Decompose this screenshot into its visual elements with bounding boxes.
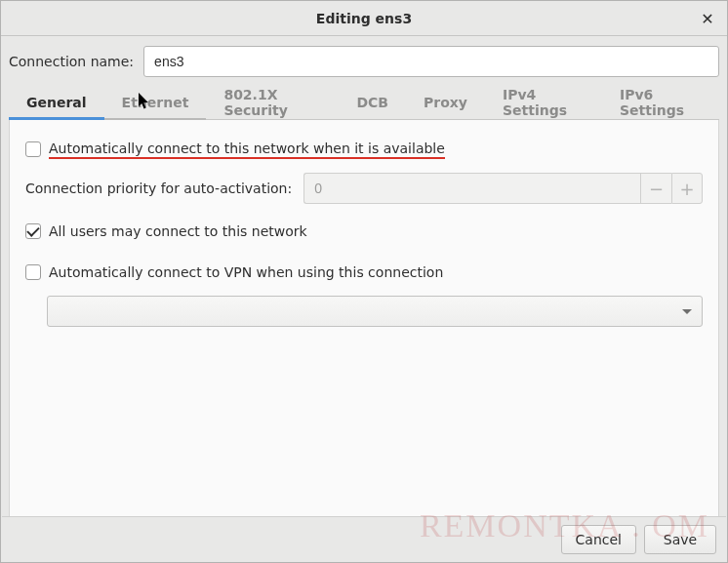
cancel-button[interactable]: Cancel: [561, 525, 636, 554]
tab-label: DCB: [356, 95, 388, 110]
priority-increment-button: +: [671, 173, 703, 204]
save-button[interactable]: Save: [644, 525, 716, 554]
auto-connect-label[interactable]: Automatically connect to this network wh…: [49, 141, 445, 159]
dialog-frame: Editing ens3 ✕ Connection name: General …: [0, 0, 728, 563]
auto-connect-checkbox[interactable]: [25, 141, 41, 157]
priority-spinbutton: − +: [303, 173, 703, 204]
tab-8021x-security[interactable]: 802.1X Security: [206, 87, 339, 120]
tab-ipv6-settings[interactable]: IPv6 Settings: [602, 87, 719, 120]
chevron-down-icon: [682, 309, 692, 314]
auto-connect-row: Automatically connect to this network wh…: [25, 136, 703, 163]
window-title: Editing ens3: [316, 11, 412, 26]
auto-vpn-label[interactable]: Automatically connect to VPN when using …: [49, 264, 443, 280]
tab-label: 802.1X Security: [223, 87, 321, 118]
connection-name-label: Connection name:: [9, 54, 134, 69]
notebook: General Ethernet 802.1X Security DCB Pro…: [9, 87, 719, 518]
tab-label: Ethernet: [122, 95, 189, 110]
priority-input: [303, 173, 640, 204]
save-button-label: Save: [664, 532, 697, 547]
priority-row: Connection priority for auto-activation:…: [25, 173, 703, 204]
tab-label: Proxy: [424, 95, 467, 110]
all-users-row: All users may connect to this network: [25, 218, 703, 245]
auto-vpn-checkbox[interactable]: [25, 264, 41, 280]
tab-ipv4-settings[interactable]: IPv4 Settings: [485, 87, 602, 120]
vpn-combo[interactable]: [47, 296, 703, 327]
connection-name-row: Connection name:: [1, 36, 727, 87]
all-users-checkbox[interactable]: [25, 223, 41, 239]
general-page: Automatically connect to this network wh…: [9, 120, 719, 518]
cancel-button-label: Cancel: [576, 532, 622, 547]
auto-vpn-row: Automatically connect to VPN when using …: [25, 259, 703, 286]
tab-label: General: [26, 95, 87, 110]
close-icon: ✕: [701, 10, 713, 28]
tab-bar: General Ethernet 802.1X Security DCB Pro…: [9, 87, 719, 120]
tab-dcb[interactable]: DCB: [339, 87, 406, 120]
tab-ethernet[interactable]: Ethernet: [104, 87, 207, 120]
tab-label: IPv4 Settings: [503, 87, 585, 118]
action-bar: Cancel Save: [2, 516, 726, 561]
tab-proxy[interactable]: Proxy: [406, 87, 485, 120]
priority-decrement-button: −: [640, 173, 671, 204]
titlebar: Editing ens3 ✕: [1, 1, 727, 36]
close-button[interactable]: ✕: [694, 5, 721, 32]
tab-label: IPv6 Settings: [620, 87, 702, 118]
connection-name-input[interactable]: [143, 46, 719, 77]
priority-label: Connection priority for auto-activation:: [25, 181, 292, 196]
tab-general[interactable]: General: [9, 87, 104, 120]
all-users-label[interactable]: All users may connect to this network: [49, 223, 307, 239]
vpn-combo-row: [25, 296, 703, 327]
